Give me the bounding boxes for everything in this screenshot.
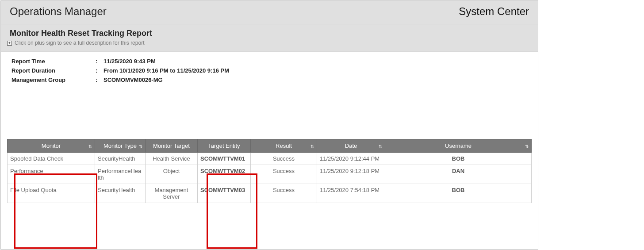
col-label: Monitor Type bbox=[104, 142, 137, 149]
cell-monitor: Spoofed Data Check bbox=[8, 153, 95, 165]
col-target-entity[interactable]: Target Entity bbox=[198, 139, 251, 153]
grid-wrap: Monitor⇅ Monitor Type⇅ Monitor Target Ta… bbox=[1, 139, 538, 203]
cell-date: 11/25/2020 9:12:44 PM bbox=[317, 153, 385, 165]
sort-icon: ⇅ bbox=[310, 143, 314, 148]
cell-target-entity: SCOMWTTVM02 bbox=[198, 165, 251, 184]
sort-icon: ⇅ bbox=[139, 143, 142, 148]
spacer bbox=[1, 86, 538, 139]
col-result[interactable]: Result⇅ bbox=[251, 139, 317, 153]
meta-row: Management Group : SCOMOMVM0026-MG bbox=[12, 77, 527, 83]
cell-date: 11/25/2020 9:12:18 PM bbox=[317, 165, 385, 184]
col-label: Date bbox=[345, 142, 357, 149]
meta-label: Report Time bbox=[12, 58, 96, 65]
col-username[interactable]: Username⇅ bbox=[385, 139, 532, 153]
meta-label: Report Duration bbox=[12, 67, 96, 74]
cell-monitor-target: Health Service bbox=[146, 153, 198, 165]
meta-colon: : bbox=[96, 67, 104, 74]
cell-monitor-type: SecurityHealth bbox=[95, 184, 146, 203]
cell-result: Success bbox=[251, 153, 317, 165]
results-table: Monitor⇅ Monitor Type⇅ Monitor Target Ta… bbox=[7, 139, 532, 203]
sort-icon: ⇅ bbox=[88, 143, 92, 148]
cell-monitor: File Upload Quota bbox=[8, 184, 95, 203]
cell-monitor: Performance bbox=[8, 165, 95, 184]
table-row[interactable]: Spoofed Data Check SecurityHealth Health… bbox=[8, 153, 532, 165]
meta-colon: : bbox=[96, 58, 104, 65]
meta-row: Report Duration : From 10/1/2020 9:16 PM… bbox=[12, 67, 527, 74]
cell-date: 11/25/2020 7:54:18 PM bbox=[317, 184, 385, 203]
table-head: Monitor⇅ Monitor Type⇅ Monitor Target Ta… bbox=[8, 139, 532, 153]
expand-plus-icon[interactable]: + bbox=[7, 41, 12, 46]
col-label: Monitor Target bbox=[153, 142, 190, 149]
meta-colon: : bbox=[96, 77, 104, 83]
cell-username: BOB bbox=[385, 153, 532, 165]
col-label: Monitor bbox=[42, 142, 61, 149]
cell-username: BOB bbox=[385, 184, 532, 203]
sort-icon: ⇅ bbox=[525, 143, 529, 148]
sort-icon: ⇅ bbox=[379, 143, 382, 148]
cell-monitor-target: Management Server bbox=[146, 184, 198, 203]
hint-text: Click on plus sign to see a full descrip… bbox=[15, 40, 144, 46]
cell-monitor-target: Object bbox=[146, 165, 198, 184]
meta-value: From 10/1/2020 9:16 PM to 11/25/2020 9:1… bbox=[104, 67, 229, 74]
cell-monitor-type: SecurityHealth bbox=[95, 153, 146, 165]
table-row[interactable]: File Upload Quota SecurityHealth Managem… bbox=[8, 184, 532, 203]
app-title: Operations Manager bbox=[10, 5, 107, 18]
brand-title: System Center bbox=[459, 5, 529, 18]
cell-target-entity: SCOMWTTVM01 bbox=[198, 153, 251, 165]
report-meta: Report Time : 11/25/2020 9:43 PM Report … bbox=[1, 52, 538, 83]
col-date[interactable]: Date⇅ bbox=[317, 139, 385, 153]
report-panel: Operations Manager System Center Monitor… bbox=[0, 0, 538, 250]
table-row[interactable]: Performance PerformanceHealth Object SCO… bbox=[8, 165, 532, 184]
col-label: Username bbox=[445, 142, 472, 149]
cell-result: Success bbox=[251, 184, 317, 203]
col-label: Target Entity bbox=[208, 142, 240, 149]
cell-result: Success bbox=[251, 165, 317, 184]
meta-row: Report Time : 11/25/2020 9:43 PM bbox=[12, 58, 527, 65]
table-body: Spoofed Data Check SecurityHealth Health… bbox=[8, 153, 532, 203]
hint-row: + Click on plus sign to see a full descr… bbox=[7, 40, 532, 46]
cell-username: DAN bbox=[385, 165, 532, 184]
col-monitor-target[interactable]: Monitor Target bbox=[146, 139, 198, 153]
meta-value: 11/25/2020 9:43 PM bbox=[104, 58, 156, 65]
col-label: Result bbox=[276, 142, 292, 149]
cell-target-entity: SCOMWTTVM03 bbox=[198, 184, 251, 203]
header-bar: Operations Manager System Center bbox=[1, 1, 538, 24]
col-monitor-type[interactable]: Monitor Type⇅ bbox=[95, 139, 146, 153]
cell-monitor-type: PerformanceHealth bbox=[95, 165, 146, 184]
subheader: Monitor Health Reset Tracking Report + C… bbox=[1, 24, 538, 52]
col-monitor[interactable]: Monitor⇅ bbox=[8, 139, 95, 153]
meta-value: SCOMOMVM0026-MG bbox=[104, 77, 163, 83]
meta-label: Management Group bbox=[12, 77, 96, 83]
table-header-row: Monitor⇅ Monitor Type⇅ Monitor Target Ta… bbox=[8, 139, 532, 153]
report-title: Monitor Health Reset Tracking Report bbox=[10, 29, 532, 38]
